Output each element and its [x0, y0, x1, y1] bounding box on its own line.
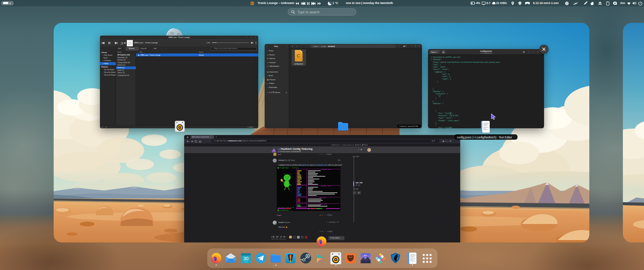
svg-text:hardware info: hardware info	[321, 185, 331, 187]
svg-text:+++: +++	[297, 59, 300, 61]
svg-text:software info: software info	[321, 169, 331, 170]
svg-text:media info: media info	[320, 204, 327, 205]
svg-text:C: C	[297, 53, 301, 58]
svg-text:30: 30	[243, 256, 249, 261]
svg-text:month: month	[244, 261, 248, 263]
svg-text:disk info: disk info	[320, 197, 326, 198]
